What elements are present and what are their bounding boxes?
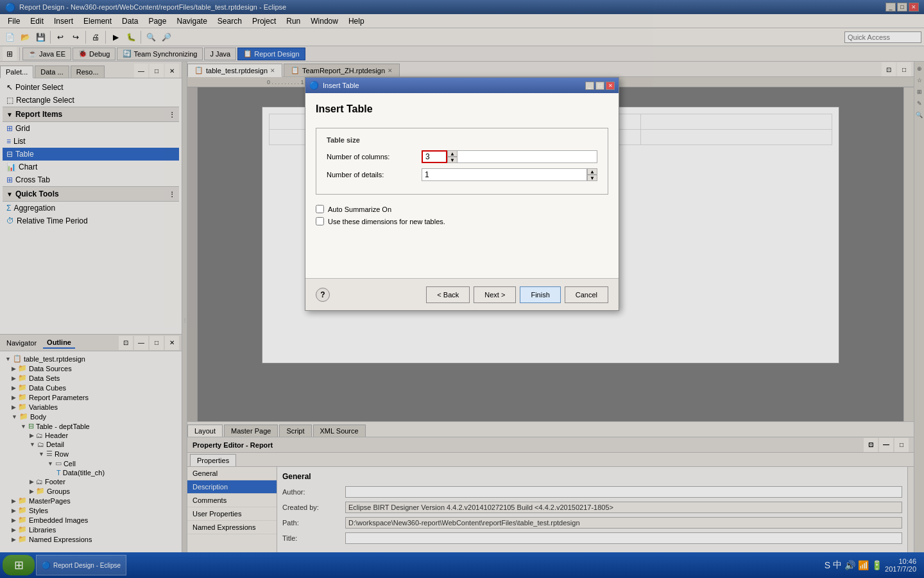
columns-label: Number of columns: xyxy=(327,153,416,161)
details-down-btn[interactable]: ▼ xyxy=(587,175,597,181)
modal-action-buttons: < Back Next > Finish Cancel xyxy=(426,286,608,303)
details-up-btn[interactable]: ▲ xyxy=(587,168,597,175)
columns-input-box: ▲ ▼ xyxy=(422,150,597,163)
table-size-legend: Table size xyxy=(327,136,597,144)
modal-body: Insert Table Table size Number of column… xyxy=(305,93,619,278)
finish-button[interactable]: Finish xyxy=(520,286,560,303)
back-button[interactable]: < Back xyxy=(426,286,470,303)
columns-spinner: ▲ ▼ xyxy=(447,150,458,163)
modal-footer: ? < Back Next > Finish Cancel xyxy=(305,278,619,310)
columns-row: Number of columns: ▲ ▼ xyxy=(327,150,597,163)
use-dimensions-checkbox[interactable] xyxy=(316,217,324,225)
details-input-box: ▲ ▼ xyxy=(422,168,597,181)
modal-icon: 🔵 xyxy=(309,81,319,90)
modal-spacer xyxy=(316,229,608,268)
auto-summarize-label: Auto Summarize On xyxy=(328,206,391,213)
columns-input[interactable] xyxy=(422,150,447,163)
auto-summarize-checkbox[interactable] xyxy=(316,205,324,213)
auto-summarize-row: Auto Summarize On xyxy=(316,205,608,213)
details-row: Number of details: ▲ ▼ xyxy=(327,168,597,181)
help-button[interactable]: ? xyxy=(316,288,330,302)
cancel-button[interactable]: Cancel xyxy=(565,286,608,303)
details-label: Number of details: xyxy=(327,171,416,179)
table-size-group: Table size Number of columns: ▲ ▼ xyxy=(316,128,608,195)
modal-heading: Insert Table xyxy=(316,103,608,115)
modal-title-text: Insert Table xyxy=(323,82,585,89)
use-dimensions-row: Use these dimensions for new tables. xyxy=(316,217,608,225)
columns-rest xyxy=(458,150,597,163)
columns-down-btn[interactable]: ▼ xyxy=(447,157,458,163)
modal-minimize-btn[interactable]: _ xyxy=(585,82,594,90)
modal-titlebar: 🔵 Insert Table _ □ ✕ xyxy=(305,78,619,93)
details-input[interactable] xyxy=(422,168,587,181)
modal-overlay: 🔵 Insert Table _ □ ✕ Insert Table Table … xyxy=(0,0,924,578)
next-button[interactable]: Next > xyxy=(474,286,516,303)
details-spinner: ▲ ▼ xyxy=(587,168,597,181)
insert-table-dialog: 🔵 Insert Table _ □ ✕ Insert Table Table … xyxy=(305,77,619,311)
columns-up-btn[interactable]: ▲ xyxy=(447,150,458,157)
modal-title-buttons: _ □ ✕ xyxy=(585,82,615,90)
modal-restore-btn[interactable]: □ xyxy=(595,82,604,90)
modal-close-btn[interactable]: ✕ xyxy=(606,82,615,90)
use-dimensions-label: Use these dimensions for new tables. xyxy=(328,218,445,225)
